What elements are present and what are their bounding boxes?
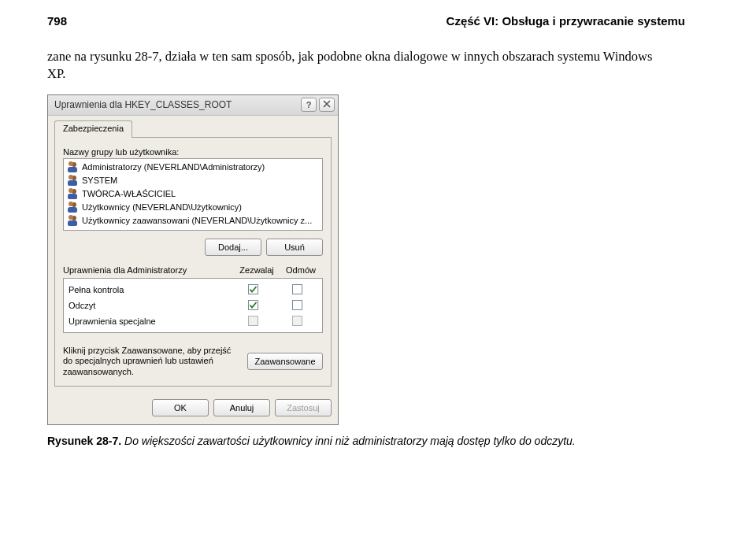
list-item[interactable]: SYSTEM: [65, 174, 321, 187]
close-button[interactable]: [319, 98, 335, 112]
help-button[interactable]: ?: [301, 98, 317, 112]
column-deny: Odmów: [279, 265, 323, 275]
list-item[interactable]: TWÓRCA-WŁAŚCICIEL: [65, 187, 321, 201]
permissions-header: Uprawnienia dla Administratorzy Zezwalaj…: [63, 265, 323, 275]
page-number: 798: [47, 14, 67, 28]
figure-text: Do większości zawartości użytkownicy inn…: [124, 435, 576, 447]
list-item-label: Użytkownicy (NEVERLAND\Użytkownicy): [82, 202, 242, 212]
users-listbox[interactable]: Administratorzy (NEVERLAND\Administrator…: [63, 158, 323, 231]
dialog-footer: OK Anuluj Zastosuj: [48, 393, 338, 424]
apply-button[interactable]: Zastosuj: [275, 399, 332, 416]
permissions-dialog: Uprawnienia dla HKEY_CLASSES_ROOT ? Zabe…: [47, 94, 339, 425]
allow-checkbox: [248, 316, 258, 326]
users-group-icon: [67, 215, 78, 226]
add-button[interactable]: Dodaj...: [205, 239, 261, 256]
tab-body: Nazwy grupy lub użytkownika: Administrat…: [54, 138, 332, 387]
users-group-icon: [67, 188, 78, 199]
list-item[interactable]: Użytkownicy zaawansowani (NEVERLAND\Użyt…: [65, 214, 321, 228]
tab-strip: Zabezpieczenia: [54, 120, 332, 138]
list-item-label: Użytkownicy zaawansowani (NEVERLAND\Użyt…: [82, 216, 312, 225]
column-allow: Zezwalaj: [235, 265, 279, 275]
remove-button[interactable]: Usuń: [266, 239, 323, 256]
permissions-list: Pełna kontrola Odczyt Uprawnienia specja…: [63, 278, 323, 333]
deny-checkbox[interactable]: [292, 300, 302, 310]
list-item-label: SYSTEM: [82, 176, 117, 185]
permission-name: Pełna kontrola: [67, 285, 231, 294]
close-icon: [323, 100, 331, 109]
cancel-button[interactable]: Anuluj: [213, 399, 270, 416]
permission-name: Odczyt: [67, 301, 231, 310]
permission-row: Odczyt: [67, 298, 319, 313]
figure-caption: Rysunek 28-7. Do większości zawartości u…: [47, 435, 685, 447]
advanced-button[interactable]: Zaawansowane: [247, 353, 323, 370]
deny-checkbox[interactable]: [292, 284, 302, 294]
list-item-label: Administratorzy (NEVERLAND\Administrator…: [82, 162, 265, 172]
list-item[interactable]: Użytkownicy (NEVERLAND\Użytkownicy): [65, 201, 321, 214]
titlebar: Uprawnienia dla HKEY_CLASSES_ROOT ?: [48, 95, 338, 116]
permission-row: Uprawnienia specjalne: [67, 313, 319, 329]
figure-number: Rysunek 28-7.: [47, 435, 121, 447]
list-item[interactable]: Administratorzy (NEVERLAND\Administrator…: [65, 161, 321, 174]
ok-button[interactable]: OK: [152, 399, 209, 416]
groups-label: Nazwy grupy lub użytkownika:: [63, 147, 323, 157]
tab-security[interactable]: Zabezpieczenia: [54, 120, 132, 138]
body-paragraph: zane na rysunku 28-7, działa w ten sam s…: [47, 48, 662, 83]
permission-row: Pełna kontrola: [67, 282, 319, 298]
users-group-icon: [67, 175, 78, 186]
page-header: 798 Część VI: Obsługa i przywracanie sys…: [47, 14, 685, 28]
help-icon: ?: [306, 100, 312, 109]
users-group-icon: [67, 161, 78, 172]
allow-checkbox[interactable]: [248, 300, 258, 310]
add-remove-row: Dodaj... Usuń: [63, 239, 323, 256]
titlebar-controls: ?: [301, 98, 335, 112]
advanced-row: Kliknij przycisk Zaawansowane, aby przej…: [63, 346, 323, 378]
section-title: Część VI: Obsługa i przywracanie systemu: [447, 14, 685, 28]
deny-checkbox: [292, 316, 302, 326]
titlebar-text: Uprawnienia dla HKEY_CLASSES_ROOT: [54, 99, 232, 110]
list-item-label: TWÓRCA-WŁAŚCICIEL: [82, 189, 176, 198]
permissions-label: Uprawnienia dla Administratorzy: [63, 265, 235, 275]
users-group-icon: [67, 202, 78, 213]
allow-checkbox[interactable]: [248, 284, 258, 294]
advanced-text: Kliknij przycisk Zaawansowane, aby przej…: [63, 346, 239, 378]
permission-name: Uprawnienia specjalne: [67, 316, 231, 326]
